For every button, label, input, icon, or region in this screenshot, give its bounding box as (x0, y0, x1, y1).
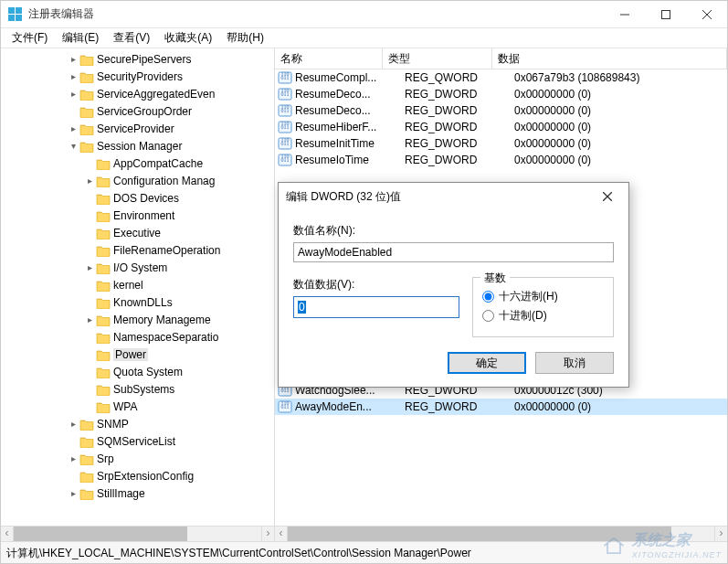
tree-item[interactable]: Quota System (1, 363, 274, 380)
col-header-name[interactable]: 名称 (275, 48, 383, 69)
menu-view[interactable]: 查看(V) (106, 28, 157, 48)
tree-item[interactable]: Power (1, 346, 274, 363)
expand-icon[interactable]: ▸ (67, 419, 79, 429)
cell-name: ResumeCompl... (295, 71, 399, 84)
dialog-titlebar[interactable]: 编辑 DWORD (32 位)值 (279, 183, 628, 210)
tree-item-label: SQMServiceList (97, 435, 175, 448)
value-data-label: 数值数据(V): (293, 277, 459, 293)
tree-item[interactable]: ▸Memory Manageme (1, 311, 274, 328)
expand-icon[interactable]: ▸ (67, 488, 79, 498)
close-button[interactable] (686, 1, 727, 27)
tree-hscrollbar[interactable]: ‹ › (1, 526, 274, 541)
value-icon: 011110 (278, 121, 292, 133)
list-row[interactable]: 011110ResumeInitTimeREG_DWORD0x00000000 … (275, 135, 727, 152)
tree-item[interactable]: ▸SecurePipeServers (1, 50, 274, 68)
app-icon (8, 7, 23, 22)
menubar: 文件(F) 编辑(E) 查看(V) 收藏夹(A) 帮助(H) (1, 28, 727, 48)
folder-icon (79, 105, 94, 118)
menu-help[interactable]: 帮助(H) (219, 28, 271, 48)
expand-icon[interactable]: ▸ (83, 262, 96, 272)
expand-icon[interactable]: ▸ (67, 71, 79, 81)
menu-favorites[interactable]: 收藏夹(A) (157, 28, 219, 48)
expand-icon[interactable]: ▸ (67, 123, 79, 133)
svg-rect-0 (8, 7, 15, 14)
tree-item[interactable]: ▸StillImage (1, 484, 274, 502)
tree-item-label: SecurityProviders (97, 70, 183, 83)
cell-type: REG_DWORD (399, 400, 509, 413)
tree-item[interactable]: ▾Session Manager (1, 137, 274, 154)
tree-item[interactable]: ▸Srp (1, 450, 274, 467)
tree-item-label: ServiceGroupOrder (97, 105, 192, 118)
tree-item[interactable]: ▸SecurityProviders (1, 68, 274, 85)
tree-item-label: SNMP (97, 418, 129, 431)
cell-data: 0x067a79b3 (108689843) (509, 71, 727, 84)
maximize-button[interactable] (645, 1, 686, 27)
svg-text:110: 110 (281, 104, 290, 110)
expand-icon[interactable]: ▸ (67, 54, 79, 64)
list-row[interactable]: 011110ResumeCompl...REG_QWORD0x067a79b3 … (275, 69, 727, 86)
list-row[interactable]: 011110AwayModeEn...REG_DWORD0x00000000 (… (275, 399, 727, 415)
menu-file[interactable]: 文件(F) (5, 28, 55, 48)
cell-type: REG_QWORD (399, 71, 509, 84)
radio-dec[interactable]: 十进制(D) (482, 308, 604, 324)
radio-hex-input[interactable] (482, 291, 494, 303)
dialog-title: 编辑 DWORD (32 位)值 (286, 189, 594, 205)
list-row[interactable]: 011110ResumeDeco...REG_DWORD0x00000000 (… (275, 86, 727, 102)
tree-item[interactable]: ServiceGroupOrder (1, 102, 274, 120)
list-row[interactable]: 011110ResumeDeco...REG_DWORD0x00000000 (… (275, 102, 727, 119)
menu-edit[interactable]: 编辑(E) (55, 28, 106, 48)
value-name-input[interactable] (293, 242, 614, 262)
list-row[interactable]: 011110ResumeIoTimeREG_DWORD0x00000000 (0… (275, 152, 727, 168)
svg-rect-1 (16, 7, 22, 14)
tree-item[interactable]: kernel (1, 276, 274, 293)
tree-item[interactable]: ▸SNMP (1, 415, 274, 432)
tree-scroll[interactable]: ▸SecurePipeServers▸SecurityProviders▸Ser… (1, 48, 274, 524)
list-row[interactable]: 011110ResumeHiberF...REG_DWORD0x00000000… (275, 119, 727, 135)
tree-item[interactable]: SQMServiceList (1, 432, 274, 450)
ok-button[interactable]: 确定 (448, 352, 526, 374)
svg-rect-3 (16, 15, 22, 21)
tree-item-label: Configuration Manag (113, 175, 215, 187)
expand-icon[interactable]: ▸ (67, 89, 79, 99)
radio-hex[interactable]: 十六进制(H) (482, 289, 604, 304)
radio-dec-input[interactable] (482, 310, 494, 322)
tree-item[interactable]: NamespaceSeparatio (1, 328, 274, 346)
list-header: 名称 类型 数据 (275, 48, 727, 69)
tree-item[interactable]: SrpExtensionConfig (1, 467, 274, 484)
tree-item[interactable]: AppCompatCache (1, 154, 274, 172)
expand-icon[interactable]: ▸ (83, 314, 96, 325)
tree-item[interactable]: ▸Configuration Manag (1, 172, 274, 189)
collapse-icon[interactable]: ▾ (67, 141, 79, 151)
expand-icon[interactable]: ▸ (83, 176, 96, 186)
cancel-button[interactable]: 取消 (535, 352, 614, 374)
tree-item[interactable]: WPA (1, 398, 274, 415)
folder-icon (96, 400, 111, 413)
cell-type: REG_DWORD (399, 104, 509, 117)
folder-icon (79, 122, 94, 135)
svg-text:110: 110 (281, 71, 290, 77)
value-data-input[interactable]: 0 (293, 296, 459, 318)
dialog-close-button[interactable] (594, 184, 621, 209)
cell-type: REG_DWORD (399, 88, 509, 101)
folder-icon (96, 244, 111, 257)
list-hscrollbar[interactable]: ‹ › (275, 526, 727, 541)
col-header-type[interactable]: 类型 (383, 48, 492, 69)
tree-item[interactable]: Environment (1, 207, 274, 224)
col-header-data[interactable]: 数据 (492, 48, 727, 69)
tree-item-label: AppCompatCache (113, 157, 203, 170)
tree-item-label: Environment (113, 209, 174, 222)
tree-item[interactable]: SubSystems (1, 380, 274, 398)
tree-item[interactable]: KnownDLLs (1, 293, 274, 311)
tree-item[interactable]: Executive (1, 224, 274, 241)
tree-item[interactable]: ▸ServiceProvider (1, 120, 274, 137)
folder-icon (96, 314, 111, 326)
minimize-button[interactable] (604, 1, 645, 27)
folder-icon (96, 331, 111, 344)
cell-name: AwayModeEn... (295, 400, 399, 413)
tree-item[interactable]: ▸ServiceAggregatedEven (1, 85, 274, 102)
tree-item[interactable]: FileRenameOperation (1, 241, 274, 259)
tree-item[interactable]: DOS Devices (1, 189, 274, 207)
tree-item[interactable]: ▸I/O System (1, 259, 274, 276)
expand-icon[interactable]: ▸ (67, 453, 79, 463)
tree-item-label: WPA (113, 400, 137, 413)
